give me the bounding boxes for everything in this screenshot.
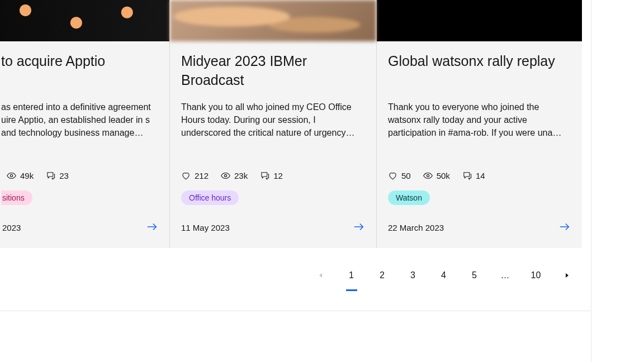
caret-left-icon [318, 273, 324, 278]
category-tag[interactable]: sitions [1, 190, 32, 205]
pagination-prev-button[interactable] [305, 261, 336, 289]
likes-metric: 212 [181, 171, 209, 180]
svg-point-4 [427, 174, 429, 177]
likes-metric: 50 [388, 171, 411, 180]
open-card-button[interactable] [146, 221, 158, 235]
card-description: Thank you to everyone who joined the wat… [388, 101, 571, 140]
heart-icon [388, 171, 397, 180]
article-card[interactable]: Midyear 2023 IBMer Broadcast Thank you t… [169, 0, 376, 248]
pagination-page-button[interactable]: 4 [428, 261, 459, 289]
eye-icon [7, 171, 16, 180]
article-card[interactable]: Global watsonx rally replay Thank you to… [376, 0, 582, 248]
svg-point-2 [224, 174, 226, 177]
card-metrics: 212 23k 12 [181, 171, 365, 180]
comments-count: 23 [59, 171, 69, 180]
card-description: Thank you to all who joined my CEO Offic… [181, 101, 365, 140]
card-thumbnail [0, 0, 169, 41]
open-card-button[interactable] [353, 221, 365, 235]
card-metrics: 50 50k 14 [388, 171, 571, 180]
comments-metric: 23 [46, 171, 69, 180]
comments-metric: 12 [260, 171, 283, 180]
open-card-button[interactable] [558, 221, 571, 235]
comments-count: 12 [273, 171, 283, 180]
views-metric: 50k [423, 171, 450, 180]
article-card[interactable]: to acquire Apptio as entered into a defi… [0, 0, 169, 248]
svg-point-0 [10, 174, 12, 177]
pagination-page-button[interactable]: 5 [459, 261, 490, 289]
views-count: 23k [234, 171, 248, 180]
card-description: as entered into a definitive agreement u… [1, 101, 158, 140]
pagination-next-button[interactable] [551, 261, 582, 289]
views-count: 49k [20, 171, 34, 180]
pagination: 1 2 3 4 5 … 10 [0, 261, 591, 289]
card-thumbnail [170, 0, 376, 41]
views-metric: 49k [7, 171, 34, 180]
pagination-page-button[interactable]: 2 [367, 261, 397, 289]
svg-marker-6 [319, 273, 322, 278]
arrow-right-icon [146, 221, 158, 233]
eye-icon [221, 171, 230, 180]
cards-row: to acquire Apptio as entered into a defi… [0, 0, 582, 248]
likes-count: 212 [195, 171, 209, 180]
eye-icon [423, 171, 433, 180]
views-metric: 23k [221, 171, 248, 180]
card-date: 2023 [2, 223, 21, 232]
card-title: Midyear 2023 IBMer Broadcast [181, 51, 365, 92]
likes-count: 50 [401, 171, 411, 180]
svg-marker-7 [566, 273, 569, 278]
card-metrics: 49k 23 [1, 171, 158, 180]
card-date: 22 March 2023 [388, 223, 444, 232]
comment-icon [260, 171, 269, 180]
divider [0, 311, 591, 311]
comments-metric: 14 [462, 171, 485, 180]
heart-icon [181, 171, 191, 180]
card-date: 11 May 2023 [181, 223, 230, 232]
card-thumbnail [377, 0, 582, 41]
comments-count: 14 [476, 171, 485, 180]
category-tag[interactable]: Watson [388, 190, 430, 205]
pagination-page-button[interactable]: 1 [336, 261, 367, 289]
arrow-right-icon [353, 221, 365, 233]
card-title: Global watsonx rally replay [388, 51, 571, 92]
comment-icon [46, 171, 55, 180]
views-count: 50k [437, 171, 450, 180]
category-tag[interactable]: Office hours [181, 190, 239, 205]
caret-right-icon [564, 273, 570, 278]
pagination-ellipsis: … [490, 261, 520, 289]
pagination-page-button[interactable]: 10 [520, 261, 551, 289]
arrow-right-icon [558, 221, 571, 233]
comment-icon [462, 171, 472, 180]
pagination-page-button[interactable]: 3 [397, 261, 428, 289]
card-title: to acquire Apptio [1, 51, 158, 92]
